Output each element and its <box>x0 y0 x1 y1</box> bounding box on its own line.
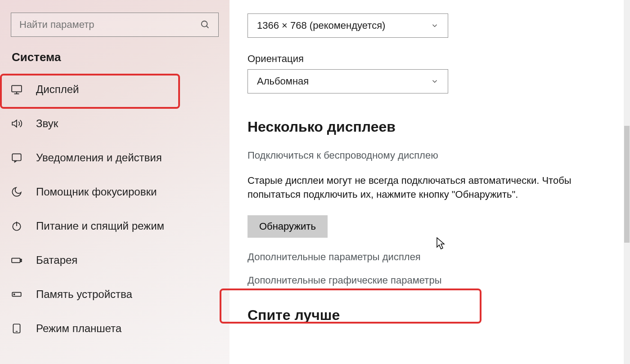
search-input[interactable] <box>19 19 200 31</box>
sidebar-item-battery[interactable]: Батарея <box>0 243 230 277</box>
svg-rect-9 <box>12 258 20 263</box>
power-icon <box>11 220 22 232</box>
search-icon <box>200 20 210 30</box>
svg-rect-6 <box>12 154 21 160</box>
sidebar-item-notifications[interactable]: Уведомления и действия <box>0 141 230 175</box>
advanced-display-link[interactable]: Дополнительные параметры дисплея <box>248 251 630 263</box>
multiple-displays-heading: Несколько дисплеев <box>248 119 630 135</box>
detect-paragraph: Старые дисплеи могут не всегда подключат… <box>248 174 608 202</box>
sidebar-item-storage[interactable]: Память устройства <box>0 277 230 311</box>
storage-icon <box>11 289 22 300</box>
detect-button[interactable]: Обнаружить <box>248 215 328 238</box>
resolution-value: 1366 × 768 (рекомендуется) <box>257 20 385 31</box>
sidebar-item-label: Помощник фокусировки <box>36 186 157 198</box>
sidebar-item-label: Память устройства <box>36 288 132 301</box>
sound-icon <box>11 118 22 129</box>
svg-point-0 <box>202 21 207 27</box>
sidebar-item-label: Батарея <box>36 254 77 266</box>
connect-wireless-link[interactable]: Подключиться к беспроводному дисплею <box>248 150 630 161</box>
sleep-better-heading: Спите лучше <box>248 307 630 324</box>
svg-point-12 <box>14 294 15 295</box>
monitor-icon <box>11 84 22 95</box>
cursor-icon <box>436 237 446 250</box>
svg-marker-15 <box>437 238 444 249</box>
search-box[interactable] <box>11 13 219 37</box>
sidebar-item-sound[interactable]: Звук <box>0 107 230 141</box>
svg-line-1 <box>207 26 209 28</box>
sidebar-item-focus[interactable]: Помощник фокусировки <box>0 175 230 209</box>
chevron-down-icon <box>431 77 439 85</box>
advanced-graphics-link[interactable]: Дополнительные графические параметры <box>248 275 630 286</box>
svg-rect-2 <box>12 85 22 92</box>
sidebar-item-label: Звук <box>36 117 58 130</box>
svg-rect-10 <box>21 259 22 262</box>
orientation-select[interactable]: Альбомная <box>248 69 448 93</box>
chevron-down-icon <box>431 22 439 30</box>
settings-main: 1366 × 768 (рекомендуется) Ориентация Ал… <box>230 0 630 364</box>
notification-icon <box>11 152 22 164</box>
tablet-icon <box>11 323 22 334</box>
sidebar-item-display[interactable]: Дисплей <box>0 72 230 107</box>
battery-icon <box>11 254 22 266</box>
sidebar-item-tablet[interactable]: Режим планшета <box>0 311 230 346</box>
resolution-select[interactable]: 1366 × 768 (рекомендуется) <box>248 13 448 38</box>
sidebar-item-power[interactable]: Питание и спящий режим <box>0 209 230 243</box>
scrollbar-thumb[interactable] <box>624 126 630 243</box>
sidebar-item-label: Уведомления и действия <box>36 151 162 164</box>
sidebar-item-label: Режим планшета <box>36 322 122 335</box>
sidebar-item-label: Дисплей <box>36 83 79 96</box>
moon-icon <box>11 186 22 198</box>
svg-marker-5 <box>12 120 17 127</box>
category-title: Система <box>0 50 230 72</box>
sidebar-item-label: Питание и спящий режим <box>36 220 164 232</box>
vertical-scrollbar[interactable] <box>624 0 630 364</box>
orientation-value: Альбомная <box>257 75 309 87</box>
orientation-label: Ориентация <box>248 53 630 65</box>
settings-sidebar: Система Дисплей Звук Уведомления и дейст… <box>0 0 230 364</box>
